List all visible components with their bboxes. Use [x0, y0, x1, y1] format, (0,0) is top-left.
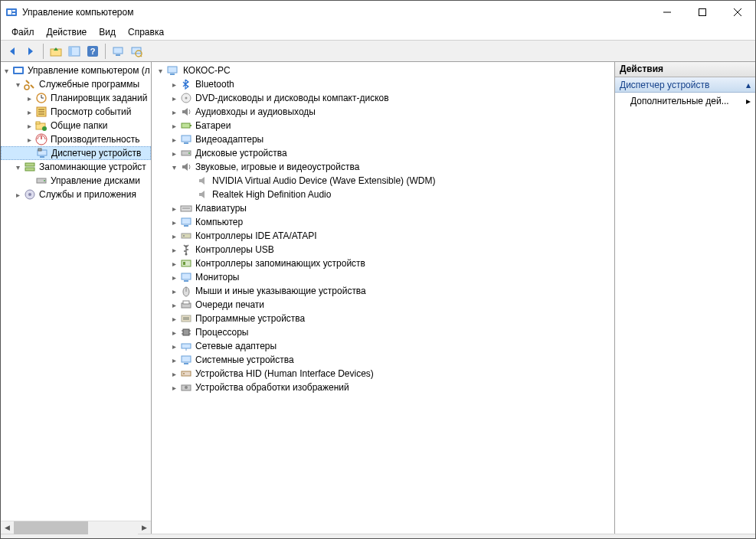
twisty-icon[interactable]: ▾ — [155, 64, 166, 77]
twisty-icon[interactable]: ▸ — [169, 284, 180, 298]
collapse-icon[interactable]: ▴ — [746, 80, 751, 90]
svg-point-30 — [42, 126, 47, 131]
device-category-soft_dev[interactable]: ▸Программные устройства — [152, 312, 614, 325]
twisty-icon[interactable]: ▸ — [169, 325, 180, 339]
svg-rect-37 — [25, 168, 34, 171]
twisty-icon[interactable]: ▸ — [12, 188, 24, 201]
scroll-left-icon[interactable]: ◀ — [1, 521, 14, 534]
twisty-icon[interactable]: ▸ — [169, 312, 180, 325]
menu-view[interactable]: Вид — [93, 25, 122, 39]
twisty-icon[interactable]: ▸ — [24, 132, 35, 146]
up-folder-icon[interactable] — [47, 43, 64, 60]
device-category-ide[interactable]: ▸Контроллеры IDE ATA/ATAPI — [152, 229, 614, 243]
twisty-icon[interactable]: ▸ — [169, 119, 180, 132]
twisty-icon[interactable]: ▸ — [169, 77, 180, 91]
tree-item-device-manager[interactable]: Диспетчер устройств — [51, 148, 141, 158]
device-item-realtek[interactable]: ▸Realtek High Definition Audio — [152, 188, 614, 201]
tree-item-storage[interactable]: Запоминающие устройст — [39, 162, 146, 172]
device-category-sound[interactable]: ▾Звуковые, игровые и видеоустройства — [152, 160, 614, 174]
maximize-button[interactable] — [685, 1, 720, 24]
device-category-computer[interactable]: ▸Компьютер — [152, 215, 614, 229]
twisty-icon[interactable]: ▸ — [169, 132, 180, 146]
device-category-imaging-label: Устройства обработки изображений — [195, 382, 349, 393]
twisty-icon[interactable]: ▸ — [169, 270, 180, 284]
device-category-sys_dev-icon — [180, 354, 192, 366]
forward-button[interactable] — [22, 43, 39, 60]
twisty-icon[interactable]: ▾ — [12, 77, 24, 91]
twisty-icon[interactable]: ▸ — [169, 353, 180, 367]
twisty-icon[interactable]: ▸ — [169, 105, 180, 119]
tree-item-performance[interactable]: Производительность — [51, 134, 139, 145]
twisty-icon[interactable]: ▸ — [24, 91, 35, 105]
device-category-dvd[interactable]: ▸DVD-дисководы и дисководы компакт-диско… — [152, 91, 614, 105]
twisty-icon[interactable]: ▸ — [169, 298, 180, 312]
tree-item-system-tools[interactable]: Служебные программы — [39, 79, 139, 90]
close-button[interactable] — [720, 1, 755, 24]
twisty-icon[interactable]: ▸ — [169, 201, 180, 215]
twisty-icon[interactable]: ▸ — [169, 339, 180, 353]
twisty-icon[interactable]: ▸ — [169, 215, 180, 229]
tree-item-shared-folders[interactable]: Общие папки — [51, 120, 107, 131]
device-category-keyboards[interactable]: ▸Клавиатуры — [152, 201, 614, 215]
actions-section[interactable]: Диспетчер устройств ▴ — [615, 77, 755, 93]
device-category-batteries-label: Батареи — [195, 120, 231, 131]
device-category-imaging[interactable]: ▸Устройства обработки изображений — [152, 381, 614, 394]
twisty-icon[interactable]: ▾ — [1, 64, 12, 77]
menu-action[interactable]: Действие — [41, 25, 93, 39]
device-category-monitors[interactable]: ▸Мониторы — [152, 270, 614, 284]
tree-item-disk-management[interactable]: Управление дисками — [51, 175, 140, 186]
tree-item-services[interactable]: Службы и приложения — [39, 189, 136, 200]
help-icon[interactable]: ? — [84, 43, 101, 60]
device-root[interactable]: КОКОС-PC — [182, 65, 232, 76]
twisty-icon[interactable]: ▸ — [169, 256, 180, 270]
device-category-cpu[interactable]: ▸Процессоры — [152, 325, 614, 339]
tree-item-event-viewer[interactable]: Просмотр событий — [51, 106, 131, 117]
device-category-audio_io[interactable]: ▸Аудиовходы и аудиовыходы — [152, 105, 614, 119]
twisty-icon[interactable]: ▸ — [169, 146, 180, 160]
tree-item-task-scheduler[interactable]: Планировщик заданий — [51, 93, 147, 103]
device-category-print_queues[interactable]: ▸Очереди печати — [152, 298, 614, 312]
device-category-dvd-label: DVD-дисководы и дисководы компакт-дисков — [195, 93, 389, 103]
minimize-button[interactable] — [650, 1, 685, 24]
svg-point-81 — [185, 386, 188, 389]
device-category-hid[interactable]: ▸Устройства HID (Human Interface Devices… — [152, 367, 614, 381]
device-category-cpu-label: Процессоры — [195, 327, 249, 338]
device-category-batteries[interactable]: ▸Батареи — [152, 119, 614, 132]
twisty-icon[interactable]: ▸ — [169, 367, 180, 381]
svg-rect-68 — [183, 317, 189, 320]
back-button[interactable] — [4, 43, 21, 60]
device-category-sys_dev[interactable]: ▸Системные устройства — [152, 353, 614, 367]
devices-icon[interactable] — [110, 43, 126, 60]
twisty-icon[interactable]: ▸ — [24, 119, 35, 132]
device-category-net[interactable]: ▸Сетевые адаптеры — [152, 339, 614, 353]
actions-more[interactable]: Дополнительные дей... ▸ — [615, 93, 755, 109]
device-category-video[interactable]: ▸Видеоадаптеры — [152, 132, 614, 146]
twisty-icon[interactable]: ▾ — [12, 160, 24, 174]
device-tree-pane[interactable]: ▾ КОКОС-PC ▸Bluetooth▸DVD-дисководы и ди… — [152, 62, 615, 534]
device-category-bluetooth-label: Bluetooth — [195, 79, 234, 90]
scroll-right-icon[interactable]: ▶ — [138, 521, 151, 534]
device-category-disk[interactable]: ▸Дисковые устройства — [152, 146, 614, 160]
twisty-icon[interactable]: ▸ — [24, 105, 35, 119]
console-tree[interactable]: ▾ Управление компьютером (л ▾ Служебные … — [1, 62, 151, 521]
device-category-bluetooth[interactable]: ▸Bluetooth — [152, 77, 614, 91]
scan-icon[interactable] — [128, 43, 145, 60]
twisty-icon[interactable]: ▸ — [169, 229, 180, 243]
twisty-icon[interactable]: ▸ — [169, 91, 180, 105]
svg-rect-19 — [15, 68, 22, 73]
menu-file[interactable]: Файл — [5, 25, 41, 39]
disk-mgmt-icon — [35, 175, 47, 187]
twisty-icon[interactable]: ▸ — [169, 243, 180, 256]
tree-item-root[interactable]: Управление компьютером (л — [28, 65, 150, 76]
device-item-nvidia-label: NVIDIA Virtual Audio Device (Wave Extens… — [212, 175, 435, 186]
device-category-storage_ctrl[interactable]: ▸Контроллеры запоминающих устройств — [152, 256, 614, 270]
show-hide-tree-icon[interactable] — [66, 43, 83, 60]
device-item-nvidia[interactable]: ▸NVIDIA Virtual Audio Device (Wave Exten… — [152, 174, 614, 188]
twisty-icon[interactable]: ▸ — [169, 381, 180, 394]
device-category-imaging-icon — [180, 381, 192, 394]
device-category-mice[interactable]: ▸Мыши и иные указывающие устройства — [152, 284, 614, 298]
twisty-icon[interactable]: ▾ — [169, 160, 180, 174]
menu-help[interactable]: Справка — [122, 25, 170, 39]
left-horizontal-scrollbar[interactable]: ◀ ▶ — [1, 521, 151, 534]
device-category-usb[interactable]: ▸Контроллеры USB — [152, 243, 614, 256]
